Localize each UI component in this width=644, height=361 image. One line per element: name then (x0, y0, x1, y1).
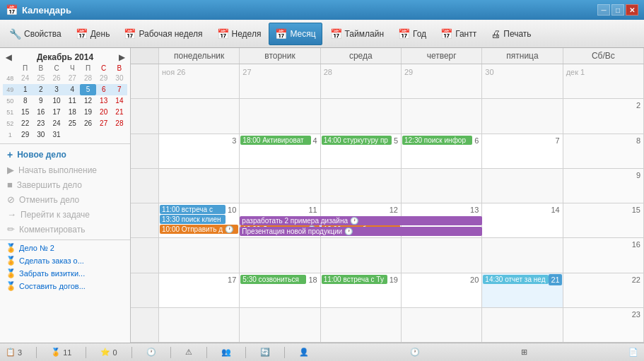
workweek-button[interactable]: 📅 Рабочая неделя (117, 23, 209, 45)
calendar-day-cell[interactable]: 7 (482, 134, 563, 168)
calendar-day-cell[interactable]: 514:00 стуркутуру пр (321, 134, 402, 168)
print-button[interactable]: 🖨 Печать (484, 23, 537, 45)
calendar-day-cell[interactable]: 185:30 созвониться (240, 273, 320, 307)
calendar-day-cell[interactable]: 17 (159, 273, 240, 307)
calendar-day-cell[interactable] (159, 238, 240, 272)
properties-button[interactable]: 🔧 Свойства (3, 23, 68, 45)
task-item[interactable]: 🏅Сделать заказ о... (4, 254, 126, 267)
mini-cal-day[interactable]: 24 (18, 73, 33, 84)
calendar-event[interactable]: 11:00 встреча с Ту (322, 275, 387, 284)
calendar-day-cell[interactable] (240, 169, 320, 203)
month-button[interactable]: 📅 Месяц (269, 23, 322, 45)
task-item[interactable]: 🏅Составить догов... (4, 280, 126, 292)
calendar-day-cell[interactable] (402, 169, 482, 203)
mini-cal-day[interactable]: 31 (49, 129, 64, 141)
calendar-day-cell[interactable]: 30 (482, 64, 563, 98)
mini-cal-day[interactable]: 30 (112, 73, 127, 84)
mini-cal-day[interactable]: 26 (49, 73, 64, 84)
mini-cal-day[interactable]: 27 (64, 73, 80, 84)
calendar-day-cell[interactable]: 27 (240, 64, 320, 98)
calendar-event[interactable]: 11:00 встреча с (160, 205, 226, 214)
calendar-day-cell[interactable]: 2 (563, 99, 644, 133)
calendar-day-cell[interactable] (402, 308, 482, 342)
start-action[interactable]: ▶ Начать выполнение (4, 162, 126, 177)
calendar-day-cell[interactable] (240, 99, 320, 133)
calendar-day-cell[interactable]: 28 (321, 64, 402, 98)
gantt-button[interactable]: 📅 Гантт (434, 23, 483, 45)
calendar-day-cell[interactable]: 9 (563, 169, 644, 203)
mini-cal-day[interactable]: 20 (96, 107, 112, 118)
calendar-day-cell[interactable] (240, 238, 320, 272)
calendar-day-cell[interactable] (482, 99, 563, 133)
calendar-day-cell[interactable]: ноя 26 (159, 64, 240, 98)
mini-cal-day[interactable]: 19 (80, 107, 95, 118)
mini-cal-day[interactable]: 22 (18, 118, 33, 129)
complete-action[interactable]: ■ Завершить дело (4, 177, 126, 192)
calendar-day-cell[interactable]: 16 (563, 238, 644, 272)
mini-cal-day[interactable]: 21 (112, 107, 127, 118)
mini-cal-day[interactable]: 18 (64, 107, 80, 118)
calendar-day-cell[interactable]: 612:30 поиск инфор (402, 134, 482, 168)
task-item[interactable]: 🏅Забрать визитки... (4, 267, 126, 280)
calendar-event[interactable]: 18:00 Активироват (240, 136, 310, 145)
mini-cal-day[interactable]: 27 (96, 118, 112, 129)
goto-action[interactable]: → Перейти к задаче (4, 207, 126, 222)
mini-cal-day[interactable]: 29 (18, 129, 33, 141)
calendar-day-cell[interactable] (321, 308, 402, 342)
calendar-day-cell[interactable]: 8 (563, 134, 644, 168)
week-button[interactable]: 📅 Неделя (211, 23, 268, 45)
calendar-day-cell[interactable]: 1011:00 встреча с13:30 поиск клиен10:00 … (159, 203, 240, 237)
calendar-day-cell[interactable] (159, 99, 240, 133)
comment-action[interactable]: ✏ Комментировать (4, 222, 126, 237)
calendar-day-cell[interactable]: дек 1 (563, 64, 644, 98)
calendar-event[interactable]: 12:30 поиск инфор (402, 136, 472, 145)
calendar-day-cell[interactable] (321, 238, 402, 272)
calendar-day-cell[interactable] (321, 169, 402, 203)
mini-cal-day[interactable]: 4 (64, 84, 80, 95)
maximize-button[interactable]: □ (611, 4, 624, 16)
mini-cal-day[interactable]: 3 (49, 84, 64, 95)
mini-cal-day[interactable]: 24 (49, 118, 64, 129)
calendar-day-cell[interactable]: 14 (482, 203, 563, 237)
next-month-button[interactable]: ▶ (119, 53, 124, 62)
calendar-day-cell[interactable] (321, 99, 402, 133)
calendar-day-cell[interactable] (482, 308, 563, 342)
calendar-day-cell[interactable] (402, 99, 482, 133)
mini-cal-day[interactable]: 29 (96, 73, 112, 84)
mini-cal-day[interactable]: 11 (64, 95, 80, 107)
mini-cal-day[interactable]: 15 (18, 107, 33, 118)
calendar-event[interactable]: 14:30 отчет за нед (483, 275, 549, 284)
mini-cal-day[interactable]: 2 (33, 84, 49, 95)
mini-cal-day[interactable]: 10 (49, 95, 64, 107)
mini-cal-day[interactable]: 14 (112, 95, 127, 107)
task-item[interactable]: 🏅Дело № 2 (4, 242, 126, 254)
calendar-day-cell[interactable]: 20 (402, 273, 482, 307)
mini-cal-day[interactable]: 13 (96, 95, 112, 107)
mini-cal-day[interactable]: 5 (80, 84, 95, 95)
calendar-day-cell[interactable] (402, 238, 482, 272)
calendar-event[interactable]: 14:00 стуркутуру пр (322, 136, 392, 145)
mini-cal-day[interactable]: 23 (33, 118, 49, 129)
calendar-day-cell[interactable]: 2114:30 отчет за нед (482, 273, 563, 307)
calendar-day-cell[interactable]: 22 (563, 273, 644, 307)
mini-cal-day[interactable]: 25 (33, 73, 49, 84)
calendar-day-cell[interactable]: 23 (563, 308, 644, 342)
calendar-day-cell[interactable]: 29 (402, 64, 482, 98)
calendar-day-cell[interactable] (482, 238, 563, 272)
timeline-button[interactable]: 📅 Таймлайн (324, 23, 390, 45)
mini-cal-day[interactable]: 7 (112, 84, 127, 95)
calendar-day-cell[interactable]: 15 (563, 203, 644, 237)
mini-cal-day[interactable]: 26 (80, 118, 95, 129)
mini-cal-day[interactable]: 25 (64, 118, 80, 129)
mini-cal-day[interactable]: 30 (33, 129, 49, 141)
calendar-day-cell[interactable]: 418:00 Активироват (240, 134, 320, 168)
calendar-day-cell[interactable] (159, 308, 240, 342)
mini-cal-day[interactable]: 28 (112, 118, 127, 129)
prev-month-button[interactable]: ◀ (6, 53, 11, 62)
calendar-day-cell[interactable] (482, 169, 563, 203)
mini-cal-day[interactable]: 16 (33, 107, 49, 118)
calendar-event[interactable]: 13:30 поиск клиен (160, 215, 226, 224)
mini-cal-day[interactable]: 8 (18, 95, 33, 107)
minimize-button[interactable]: ─ (597, 4, 610, 16)
cancel-action[interactable]: ⊘ Отменить дело (4, 192, 126, 207)
